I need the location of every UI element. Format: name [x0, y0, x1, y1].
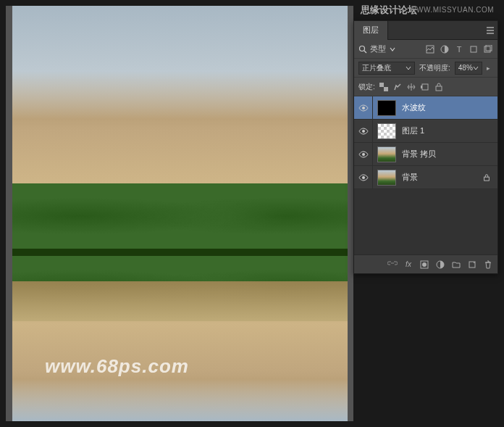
svg-text:T: T: [457, 45, 462, 54]
opacity-label: 不透明度:: [419, 63, 450, 73]
filter-pixel-icon[interactable]: [425, 44, 435, 54]
castle-reflection: [12, 281, 348, 421]
canvas-area[interactable]: www.68ps.com: [6, 6, 353, 421]
svg-rect-5: [471, 46, 476, 52]
svg-rect-7: [486, 45, 492, 51]
svg-point-13: [362, 107, 365, 109]
layer-visibility-toggle[interactable]: [354, 96, 373, 119]
svg-line-1: [364, 51, 366, 53]
adjustment-layer-button[interactable]: [435, 260, 445, 270]
eye-icon: [358, 149, 369, 159]
lock-fill-row: 锁定:: [354, 78, 497, 96]
lock-icon: [483, 174, 493, 181]
panel-menu-button[interactable]: [483, 21, 497, 39]
layer-thumbnail[interactable]: [377, 146, 396, 162]
layer-name[interactable]: 背景 拷贝: [402, 149, 493, 159]
new-layer-button[interactable]: [467, 260, 477, 270]
eye-icon: [358, 173, 369, 183]
filter-smartobject-icon[interactable]: [483, 44, 493, 54]
svg-rect-6: [484, 46, 490, 52]
hamburger-icon: [486, 27, 495, 34]
lock-label: 锁定:: [358, 82, 375, 92]
svg-point-0: [360, 46, 365, 51]
blend-mode-value: 正片叠底: [362, 63, 391, 73]
panel-tabbar: 图层: [354, 21, 497, 40]
eye-icon: [358, 103, 369, 113]
blend-mode-dropdown[interactable]: 正片叠底: [358, 62, 415, 75]
svg-point-16: [362, 176, 365, 179]
opacity-input[interactable]: 48%: [455, 62, 482, 75]
layer-name[interactable]: 水波纹: [402, 102, 493, 113]
svg-rect-10: [422, 84, 428, 90]
layer-filter-row: 类型 T: [354, 40, 497, 59]
link-layers-button[interactable]: [387, 260, 398, 270]
blend-opacity-row: 正片叠底 不透明度: 48% ▸: [354, 59, 497, 78]
layers-panel: 图层 类型 T 正片叠底 不透明度: 48% ▸ 锁定:: [353, 20, 498, 274]
layer-name[interactable]: 背景: [402, 172, 483, 183]
filter-type-dropdown[interactable]: 类型: [358, 43, 396, 54]
svg-rect-17: [484, 177, 490, 181]
lock-pixels-icon[interactable]: [392, 82, 403, 92]
layer-mask-button[interactable]: [419, 260, 429, 270]
svg-rect-12: [436, 86, 442, 91]
svg-rect-11: [421, 86, 422, 88]
layer-row[interactable]: 背景 拷贝: [354, 143, 497, 166]
layer-visibility-toggle[interactable]: [354, 120, 373, 142]
filter-type-label: 类型: [370, 43, 386, 54]
svg-rect-9: [384, 87, 388, 91]
layer-fx-button[interactable]: fx: [403, 260, 413, 270]
svg-point-14: [362, 130, 365, 133]
layer-row[interactable]: 背景: [354, 166, 497, 189]
watermark-site-url: WWW.MISSYUAN.COM: [409, 6, 494, 14]
opacity-scrubber[interactable]: ▸: [487, 65, 493, 72]
layers-empty-area[interactable]: [354, 189, 497, 254]
filter-type-icon[interactable]: T: [454, 44, 464, 54]
layer-row[interactable]: 图层 1: [354, 120, 497, 143]
layers-tab[interactable]: 图层: [354, 21, 388, 40]
lock-artboard-icon[interactable]: [420, 82, 430, 92]
layer-thumbnail[interactable]: [377, 170, 396, 186]
document-canvas[interactable]: www.68ps.com: [12, 6, 348, 421]
svg-point-19: [422, 262, 427, 267]
layer-thumbnail[interactable]: [377, 123, 396, 139]
watermark-logo: www.68ps.com: [45, 355, 189, 378]
layers-list: 水波纹 图层 1 背景 拷贝 背景: [354, 96, 497, 254]
layer-visibility-toggle[interactable]: [354, 166, 373, 188]
svg-rect-8: [379, 83, 384, 87]
search-icon: [358, 45, 367, 54]
layer-visibility-toggle[interactable]: [354, 143, 373, 165]
lock-position-icon[interactable]: [406, 82, 416, 92]
chevron-down-icon: [473, 65, 479, 71]
svg-point-15: [362, 153, 365, 156]
eye-icon: [358, 126, 369, 136]
opacity-value-text: 48%: [458, 64, 473, 72]
trees-top: [12, 183, 348, 249]
layers-panel-footer: fx: [354, 254, 497, 273]
water-horizon: [12, 249, 348, 256]
filter-adjustment-icon[interactable]: [440, 44, 450, 54]
filter-icons-group: T: [425, 44, 493, 54]
lock-transparency-icon[interactable]: [379, 82, 389, 92]
layer-name[interactable]: 图层 1: [402, 125, 493, 136]
chevron-down-icon: [389, 46, 396, 53]
layer-row[interactable]: 水波纹: [354, 96, 497, 120]
filter-shape-icon[interactable]: [469, 44, 479, 54]
layer-thumbnail[interactable]: [377, 100, 396, 116]
lock-all-icon[interactable]: [434, 82, 444, 92]
chevron-down-icon: [406, 65, 411, 71]
new-group-button[interactable]: [451, 260, 461, 270]
delete-layer-button[interactable]: [483, 260, 493, 270]
